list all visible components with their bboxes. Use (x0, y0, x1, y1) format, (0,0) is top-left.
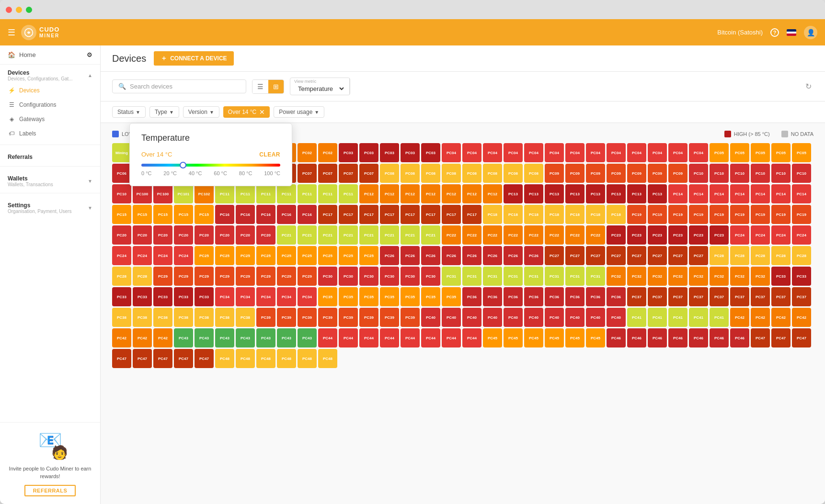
device-cell[interactable]: PC18 (504, 205, 523, 224)
device-cell[interactable]: PC04 (524, 143, 543, 162)
device-cell[interactable]: PC08 (421, 164, 440, 183)
device-cell[interactable]: PC45 (504, 328, 523, 347)
device-cell[interactable]: PC19 (689, 205, 708, 224)
refresh-button[interactable]: ↻ (803, 80, 814, 93)
device-cell[interactable]: PC30 (380, 267, 399, 286)
device-cell[interactable]: PC43 (236, 328, 255, 347)
search-input[interactable] (130, 83, 240, 90)
device-cell[interactable]: PC39 (318, 308, 337, 327)
device-cell[interactable]: PC21 (298, 225, 317, 245)
device-cell[interactable]: PC39 (339, 308, 358, 327)
device-cell[interactable]: PC48 (277, 349, 296, 368)
device-cell[interactable]: PC04 (627, 143, 646, 162)
device-cell[interactable]: PC15 (195, 205, 214, 224)
device-cell[interactable]: PC26 (462, 246, 481, 265)
device-cell[interactable]: PC39 (380, 308, 399, 327)
settings-icon[interactable]: ⚙ (87, 51, 92, 58)
menu-toggle[interactable]: ☰ (8, 27, 15, 38)
device-cell[interactable]: PC30 (401, 267, 420, 286)
device-cell[interactable]: PC26 (524, 246, 543, 265)
device-cell[interactable]: PC19 (668, 205, 688, 224)
device-cell[interactable]: PC13 (586, 184, 605, 203)
device-cell[interactable]: PC24 (133, 246, 152, 265)
device-cell[interactable]: PC39 (256, 308, 275, 327)
device-cell[interactable]: PC22 (565, 225, 584, 245)
search-box[interactable]: 🔍 (112, 79, 246, 93)
user-avatar[interactable]: 👤 (804, 26, 817, 39)
device-cell[interactable]: PC44 (339, 328, 358, 347)
device-cell[interactable]: PC03 (359, 143, 378, 162)
device-cell[interactable]: PC10 (771, 164, 791, 183)
device-cell[interactable]: PC23 (689, 225, 708, 245)
device-cell[interactable]: PC36 (524, 287, 543, 306)
device-cell[interactable]: PC15 (174, 205, 193, 224)
device-cell[interactable]: PC38 (133, 308, 152, 327)
device-cell[interactable]: PC42 (133, 328, 152, 347)
device-cell[interactable]: Mining (112, 143, 131, 162)
device-cell[interactable]: PC25 (318, 246, 337, 265)
device-cell[interactable]: PC22 (462, 225, 481, 245)
active-filter-chip[interactable]: Over 14 °C ✕ (223, 106, 270, 118)
device-cell[interactable]: PC06 (112, 164, 131, 183)
device-cell[interactable]: PC18 (524, 205, 543, 224)
device-cell[interactable]: PC17 (359, 205, 378, 224)
device-cell[interactable]: PC19 (627, 205, 646, 224)
device-cell[interactable]: PC27 (689, 246, 708, 265)
device-cell[interactable]: PC36 (504, 287, 523, 306)
help-icon[interactable]: ? (770, 28, 779, 37)
device-cell[interactable]: PC11 (215, 184, 234, 203)
device-cell[interactable]: PC27 (586, 246, 605, 265)
device-cell[interactable]: PC20 (195, 225, 214, 245)
device-cell[interactable]: PC46 (607, 328, 626, 347)
device-cell[interactable]: PC02 (318, 143, 337, 162)
device-cell[interactable]: PC43 (195, 328, 214, 347)
device-cell[interactable]: PC18 (545, 205, 564, 224)
device-cell[interactable]: PC28 (792, 246, 811, 265)
device-cell[interactable]: PC21 (359, 225, 378, 245)
device-cell[interactable]: PC26 (401, 246, 420, 265)
device-cell[interactable]: PC25 (277, 246, 296, 265)
device-cell[interactable]: PC23 (627, 225, 646, 245)
device-cell[interactable]: PC04 (607, 143, 626, 162)
device-cell[interactable]: PC11 (339, 184, 358, 203)
maximize-btn[interactable] (26, 7, 32, 13)
device-cell[interactable]: PC10 (710, 164, 729, 183)
device-cell[interactable]: PC40 (607, 308, 626, 327)
device-cell[interactable]: PC33 (174, 287, 193, 306)
device-cell[interactable]: PC19 (648, 205, 667, 224)
device-cell[interactable]: PC29 (236, 267, 255, 286)
device-cell[interactable]: PC33 (153, 287, 172, 306)
device-cell[interactable]: PC28 (112, 267, 131, 286)
device-cell[interactable]: PC100 (133, 184, 152, 203)
device-cell[interactable]: PC18 (565, 205, 584, 224)
device-cell[interactable]: PC29 (195, 267, 214, 286)
device-cell[interactable]: PC48 (215, 349, 234, 368)
device-cell[interactable]: PC04 (462, 143, 481, 162)
device-cell[interactable]: PC13 (565, 184, 584, 203)
device-cell[interactable]: PC38 (112, 308, 131, 327)
device-cell[interactable]: PC33 (771, 267, 791, 286)
device-cell[interactable]: PC38 (174, 308, 193, 327)
list-view-btn[interactable]: ☰ (252, 80, 268, 93)
device-cell[interactable]: PC13 (524, 184, 543, 203)
device-cell[interactable]: PC44 (318, 328, 337, 347)
settings-section-header[interactable]: Settings Organisation, Payment, Users ▼ (0, 197, 100, 216)
device-cell[interactable]: PC35 (380, 287, 399, 306)
device-cell[interactable]: PC37 (689, 287, 708, 306)
device-cell[interactable]: PC12 (483, 184, 502, 203)
device-cell[interactable]: PC28 (751, 246, 770, 265)
device-cell[interactable]: PC04 (586, 143, 605, 162)
device-cell[interactable]: PC14 (771, 184, 791, 203)
device-cell[interactable]: PC32 (648, 267, 667, 286)
device-cell[interactable]: PC41 (668, 308, 688, 327)
device-cell[interactable]: PC05 (730, 143, 749, 162)
device-cell[interactable]: PC08 (524, 164, 543, 183)
sidebar-item-gateways[interactable]: ◈ Gateways (0, 112, 100, 126)
device-cell[interactable]: PC03 (401, 143, 420, 162)
device-cell[interactable]: PC12 (380, 184, 399, 203)
device-cell[interactable]: PC21 (277, 225, 296, 245)
device-cell[interactable]: PC26 (504, 246, 523, 265)
device-cell[interactable]: PC10 (112, 184, 131, 203)
device-cell[interactable]: PC16 (277, 205, 296, 224)
device-cell[interactable]: PC11 (236, 184, 255, 203)
